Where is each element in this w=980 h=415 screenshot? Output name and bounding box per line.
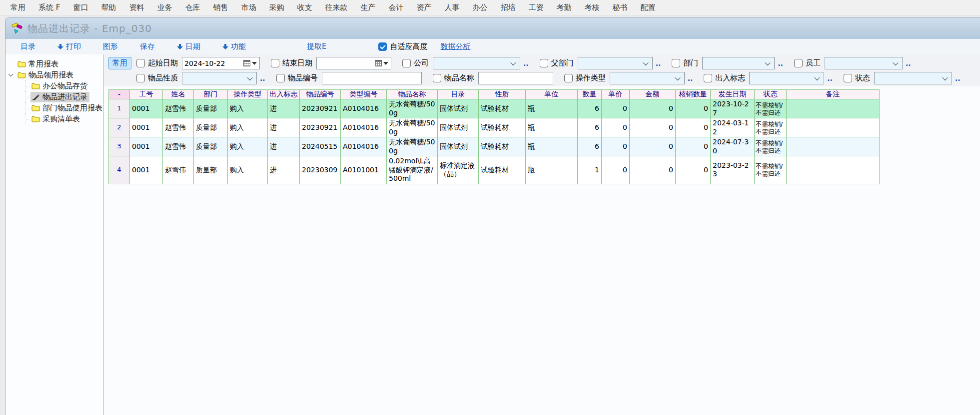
filter-field: 结束日期 <box>271 57 391 69</box>
autofit-checkbox[interactable] <box>378 42 387 51</box>
dropdown-arrow-icon[interactable] <box>252 62 257 65</box>
sidebar-item[interactable]: 物品进出记录 <box>5 91 103 102</box>
filter-checkbox[interactable] <box>136 74 145 82</box>
filter-text-input[interactable] <box>478 72 553 84</box>
autofit-toggle[interactable]: 自适应高度 <box>378 42 427 51</box>
sidebar-item[interactable]: 部门物品使用报表 <box>5 102 103 113</box>
filter-checkbox[interactable] <box>402 59 411 67</box>
filter-checkbox[interactable] <box>844 74 852 82</box>
filter-select[interactable] <box>433 57 520 69</box>
data-analysis-link[interactable]: 数据分析 <box>440 42 470 51</box>
toolbar-button[interactable]: 图形 <box>103 42 118 51</box>
filter-checkbox[interactable] <box>136 59 145 67</box>
toolbar-button[interactable]: 日期 <box>177 42 200 51</box>
menu-item[interactable]: 销售 <box>206 3 234 12</box>
menu-item[interactable]: 常用 <box>4 3 32 12</box>
toolbar-button[interactable]: 目录 <box>20 42 35 51</box>
column-header[interactable]: 备注 <box>787 90 880 99</box>
column-header[interactable]: 状态 <box>755 90 787 99</box>
filter-checkbox[interactable] <box>704 74 712 82</box>
column-header[interactable]: 发生日期 <box>711 90 755 99</box>
column-header[interactable]: 数量 <box>578 90 602 99</box>
common-button[interactable]: 常用 <box>108 57 131 69</box>
filter-select[interactable] <box>825 57 903 69</box>
column-header[interactable]: 部门 <box>194 90 228 99</box>
range-dots: .. <box>827 74 833 82</box>
menu-item[interactable]: 秘书 <box>606 3 634 12</box>
filter-text-input[interactable] <box>322 72 422 84</box>
menu-item[interactable]: 资产 <box>410 3 438 12</box>
column-header[interactable]: - <box>109 90 130 99</box>
filter-checkbox[interactable] <box>433 74 441 82</box>
filter-select[interactable] <box>182 72 257 84</box>
table-row[interactable]: 40001赵雪伟质量部购入进20230309A01010010.02mol\L高… <box>109 156 880 184</box>
menu-item[interactable]: 配置 <box>634 3 662 12</box>
column-header[interactable]: 物品名称 <box>387 90 438 99</box>
menu-item[interactable]: 考核 <box>578 3 606 12</box>
filter-checkbox[interactable] <box>271 59 279 67</box>
sidebar-item[interactable]: 常用报表 <box>5 58 103 69</box>
menu-item[interactable]: 窗口 <box>66 3 94 12</box>
column-header[interactable]: 目录 <box>438 90 479 99</box>
toolbar-button[interactable]: 保存 <box>140 42 155 51</box>
table-cell: 赵雪伟 <box>163 137 194 156</box>
column-header[interactable]: 核销数量 <box>676 90 711 99</box>
column-header[interactable]: 操作类型 <box>228 90 268 99</box>
column-header[interactable]: 出入标志 <box>268 90 300 99</box>
column-header[interactable]: 工号 <box>130 90 163 99</box>
menu-item[interactable]: 考勤 <box>550 3 578 12</box>
menu-item[interactable]: 市场 <box>234 3 262 12</box>
toolbar-button[interactable]: 提取E <box>307 42 326 51</box>
table-row[interactable]: 10001赵雪伟质量部购入进20230921A0104016无水葡萄糖/500g… <box>109 99 880 118</box>
window-titlebar[interactable]: 物品进出记录 - Emp_030 <box>5 18 980 39</box>
toolbar-label: 保存 <box>140 42 155 51</box>
column-header[interactable]: 金额 <box>630 90 676 99</box>
filter-checkbox[interactable] <box>540 59 548 67</box>
chevron-down-icon <box>510 59 516 65</box>
column-header[interactable]: 单价 <box>602 90 630 99</box>
filter-select[interactable] <box>874 72 952 84</box>
filter-date-input[interactable] <box>316 57 391 69</box>
toolbar-button[interactable]: 打印 <box>57 42 81 51</box>
filter-checkbox[interactable] <box>564 74 573 82</box>
menu-item[interactable]: 工资 <box>522 3 550 12</box>
column-header[interactable]: 姓名 <box>163 90 194 99</box>
table-row[interactable]: 20001赵雪伟质量部购入进20230921A0104016无水葡萄糖/500g… <box>109 118 880 137</box>
menu-item[interactable]: 资料 <box>122 3 150 12</box>
menu-item[interactable]: 办公 <box>466 3 494 12</box>
filter-select[interactable] <box>578 57 653 69</box>
filter-select[interactable] <box>702 57 775 69</box>
table-cell: 20240515 <box>300 137 341 156</box>
table-cell: 购入 <box>228 99 268 118</box>
column-header[interactable]: 类型编号 <box>341 90 387 99</box>
menu-item[interactable]: 业务 <box>150 3 178 12</box>
sidebar-item[interactable]: 采购清单表 <box>5 113 103 124</box>
menu-item[interactable]: 采购 <box>262 3 290 12</box>
filter-checkbox[interactable] <box>276 74 285 82</box>
menu-item[interactable]: 招培 <box>494 3 522 12</box>
column-header[interactable]: 物品编号 <box>300 90 341 99</box>
chevron-down-icon[interactable] <box>8 72 13 77</box>
filter-select[interactable] <box>610 72 685 84</box>
menu-item[interactable]: 人事 <box>438 3 466 12</box>
filter-select[interactable] <box>749 72 824 84</box>
filter-checkbox[interactable] <box>672 59 680 67</box>
sidebar-item[interactable]: 物品领用报表 <box>5 69 103 80</box>
filter-checkbox[interactable] <box>794 59 803 67</box>
filter-label: 员工 <box>806 58 821 68</box>
table-row[interactable]: 30001赵雪伟质量部购入进20240515A0104016无水葡萄糖/500g… <box>109 137 880 156</box>
column-header[interactable]: 性质 <box>479 90 526 99</box>
menu-item[interactable]: 系统 F <box>32 3 66 12</box>
dropdown-arrow-icon[interactable] <box>383 62 388 65</box>
filter-label: 物品编号 <box>288 73 318 83</box>
column-header[interactable]: 单位 <box>526 90 578 99</box>
menu-item[interactable]: 收支 <box>290 3 318 12</box>
menu-item[interactable]: 仓库 <box>178 3 206 12</box>
sidebar-item[interactable]: 办公物品存货 <box>5 80 103 91</box>
menu-item[interactable]: 帮助 <box>94 3 122 12</box>
menu-item[interactable]: 生产 <box>354 3 382 12</box>
toolbar-button[interactable]: 功能 <box>222 42 246 51</box>
menu-item[interactable]: 往来款 <box>318 3 354 12</box>
menu-item[interactable]: 会计 <box>382 3 410 12</box>
filter-date-input[interactable]: 2024-10-22 <box>182 57 260 69</box>
